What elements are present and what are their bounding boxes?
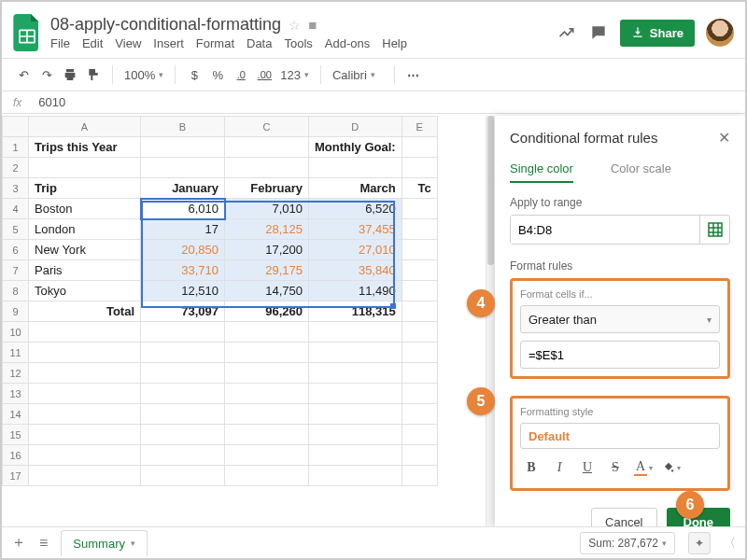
cell[interactable]: Paris [29, 260, 141, 281]
condition-select[interactable]: Greater than [520, 305, 720, 333]
row-header-10[interactable]: 10 [3, 322, 29, 343]
cell[interactable]: 28,125 [225, 219, 309, 240]
cell[interactable]: 29,175 [225, 260, 309, 281]
cell[interactable] [402, 425, 437, 445]
cell[interactable] [402, 301, 437, 322]
cell[interactable]: 118,315 [309, 301, 402, 322]
toolbar-more[interactable]: ⋯ [403, 63, 424, 86]
redo-button[interactable]: ↷ [36, 63, 57, 86]
row-header-7[interactable]: 7 [3, 260, 29, 281]
cell[interactable] [29, 322, 141, 343]
condition-value-input[interactable] [520, 341, 720, 369]
row-header-11[interactable]: 11 [3, 343, 29, 363]
menu-format[interactable]: Format [196, 36, 234, 50]
currency-button[interactable]: $ [184, 63, 204, 86]
cell[interactable] [402, 158, 437, 178]
cell[interactable] [225, 137, 309, 158]
fill-color-button[interactable] [660, 456, 683, 479]
explore-button[interactable]: ✦ [688, 532, 711, 554]
cell[interactable] [402, 322, 437, 343]
bold-button[interactable]: B [520, 456, 543, 479]
row-header-6[interactable]: 6 [3, 240, 29, 260]
cell[interactable] [29, 158, 141, 178]
sheets-logo[interactable] [13, 14, 43, 51]
cell[interactable] [141, 466, 225, 486]
cell[interactable] [225, 158, 309, 178]
cell[interactable] [29, 343, 141, 363]
italic-button[interactable]: I [548, 456, 571, 479]
cell[interactable]: Trip [29, 178, 141, 199]
row-header-15[interactable]: 15 [3, 425, 29, 445]
cell[interactable]: February [225, 178, 309, 199]
cell[interactable]: 73,097 [141, 301, 225, 322]
cell[interactable] [29, 363, 141, 384]
spreadsheet-grid[interactable]: ABCDE1Trips this YearMonthly Goal:23Trip… [2, 116, 495, 526]
cell[interactable] [402, 404, 437, 425]
font-select[interactable]: Calibri [330, 63, 386, 86]
account-avatar[interactable] [706, 19, 734, 47]
formula-value[interactable]: 6010 [38, 95, 65, 109]
col-header-E[interactable]: E [402, 117, 437, 137]
row-header-5[interactable]: 5 [3, 219, 29, 240]
close-panel-icon[interactable]: ✕ [718, 129, 730, 147]
cell[interactable] [309, 158, 402, 178]
cell[interactable]: Total [29, 301, 141, 322]
cell[interactable] [402, 199, 437, 219]
formula-bar[interactable]: fx 6010 [2, 91, 745, 114]
cell[interactable]: London [29, 219, 141, 240]
cell[interactable] [309, 322, 402, 343]
menu-insert[interactable]: Insert [153, 36, 184, 50]
cell[interactable] [29, 445, 141, 466]
cell[interactable] [402, 363, 437, 384]
undo-button[interactable]: ↶ [13, 63, 34, 86]
menu-file[interactable]: File [50, 36, 70, 50]
cell[interactable] [29, 404, 141, 425]
cell[interactable] [402, 343, 437, 363]
add-sheet-button[interactable]: ＋ [11, 533, 26, 553]
share-button[interactable]: Share [620, 20, 695, 47]
cell[interactable]: 20,850 [141, 240, 225, 260]
trend-icon[interactable] [557, 22, 577, 43]
scroll-left-icon[interactable]: 〈 [724, 535, 736, 552]
row-header-17[interactable]: 17 [3, 466, 29, 486]
cell[interactable]: 12,510 [141, 281, 225, 301]
cell[interactable] [309, 384, 402, 404]
row-header-12[interactable]: 12 [3, 363, 29, 384]
cell[interactable]: 17 [141, 219, 225, 240]
cell[interactable]: Monthly Goal: [309, 137, 402, 158]
cell[interactable] [225, 363, 309, 384]
cell[interactable]: 35,840 [309, 260, 402, 281]
increase-decimal-button[interactable]: .00 [254, 63, 275, 86]
col-header-A[interactable]: A [29, 117, 141, 137]
cell[interactable] [402, 260, 437, 281]
style-preview[interactable]: Default [520, 423, 720, 449]
cell[interactable] [225, 343, 309, 363]
text-color-button[interactable]: A [632, 456, 655, 479]
cell[interactable] [141, 445, 225, 466]
cell[interactable]: Tokyo [29, 281, 141, 301]
cell[interactable] [402, 137, 437, 158]
cell[interactable]: 6,010 [141, 199, 225, 219]
cell[interactable] [309, 445, 402, 466]
cell[interactable] [225, 445, 309, 466]
menu-help[interactable]: Help [382, 36, 407, 50]
vertical-scrollbar[interactable] [486, 116, 495, 526]
doc-title[interactable]: 08-apply-conditional-formatting [50, 15, 281, 35]
cell[interactable] [402, 466, 437, 486]
row-header-8[interactable]: 8 [3, 281, 29, 301]
cell[interactable]: 6,520 [309, 199, 402, 219]
move-folder-icon[interactable]: ■ [308, 17, 317, 33]
row-header-9[interactable]: 9 [3, 301, 29, 322]
cell[interactable]: Boston [29, 199, 141, 219]
cell[interactable]: 96,260 [225, 301, 309, 322]
sheet-tab-summary[interactable]: Summary [61, 530, 148, 556]
cell[interactable] [29, 466, 141, 486]
cell[interactable] [29, 425, 141, 445]
cell[interactable] [402, 445, 437, 466]
row-header-1[interactable]: 1 [3, 137, 29, 158]
cell[interactable]: 33,710 [141, 260, 225, 281]
cell[interactable]: 17,200 [225, 240, 309, 260]
cell[interactable] [309, 466, 402, 486]
cell[interactable] [402, 384, 437, 404]
range-input[interactable] [511, 216, 699, 244]
